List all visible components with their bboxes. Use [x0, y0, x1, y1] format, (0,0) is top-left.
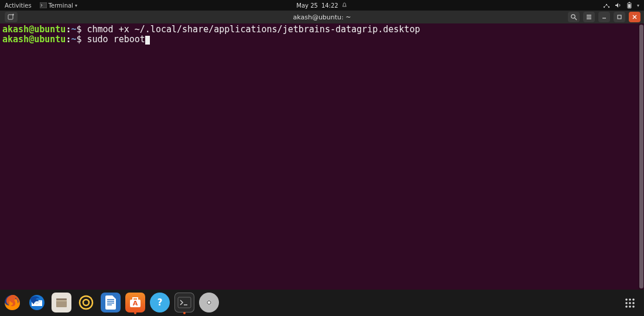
new-tab-button[interactable] — [5, 12, 18, 22]
terminal-scrollbar[interactable] — [638, 23, 644, 290]
help-icon: ? — [154, 297, 166, 308]
new-tab-icon — [8, 13, 15, 21]
dock-thunderbird[interactable] — [27, 293, 47, 312]
clock-time: 14:22 — [321, 2, 338, 9]
prompt-user: akash@ubuntu — [2, 34, 66, 45]
maximize-button[interactable] — [614, 12, 625, 22]
maximize-icon — [616, 13, 623, 21]
svg-point-30 — [625, 305, 628, 308]
desktop: Activities Terminal ▾ May 25 14:22 — [0, 0, 644, 316]
terminal-title-bar: akash@ubuntu: ~ — [0, 11, 644, 23]
svg-rect-14 — [56, 300, 67, 301]
network-icon — [603, 2, 610, 8]
svg-point-31 — [629, 305, 631, 308]
chevron-down-icon: ▾ — [75, 3, 77, 8]
dock-help[interactable]: ? — [150, 293, 170, 312]
activities-button[interactable]: Activities — [5, 2, 32, 9]
svg-point-29 — [632, 302, 635, 304]
system-status-area[interactable]: ▾ — [603, 2, 644, 9]
terminal-content: akash@ubuntu:~$ chmod +x ~/.local/share/… — [0, 23, 638, 290]
dock: A ? — [2, 291, 219, 314]
svg-point-8 — [571, 15, 575, 18]
app-menu[interactable]: Terminal ▾ — [40, 2, 77, 9]
files-icon — [55, 297, 68, 308]
svg-rect-5 — [629, 2, 630, 4]
svg-text:A: A — [133, 300, 138, 307]
search-icon — [570, 13, 577, 21]
svg-rect-12 — [56, 298, 67, 300]
close-button[interactable] — [629, 12, 640, 22]
dock-disc[interactable] — [199, 293, 219, 312]
firefox-icon — [4, 294, 21, 311]
text-cursor — [145, 36, 150, 45]
dock-ubuntu-software[interactable]: A — [125, 293, 145, 312]
dock-libreoffice-writer[interactable] — [101, 293, 121, 312]
dock-terminal[interactable] — [174, 293, 194, 312]
clock-date: May 25 — [296, 2, 318, 9]
svg-rect-7 — [8, 15, 13, 19]
svg-point-15 — [80, 296, 93, 309]
clock[interactable]: May 25 14:22 — [296, 2, 347, 9]
chevron-down-icon: ▾ — [637, 3, 639, 8]
terminal-icon — [177, 297, 191, 308]
dock-firefox[interactable] — [2, 293, 22, 312]
ubuntu-software-icon: A — [128, 295, 142, 310]
prompt-dollar: $ — [76, 24, 87, 35]
svg-point-28 — [629, 302, 631, 304]
command-text: chmod +x ~/.local/share/applications/jet… — [87, 24, 420, 35]
svg-rect-17 — [105, 295, 116, 310]
hamburger-menu-button[interactable] — [583, 12, 595, 22]
svg-point-27 — [625, 302, 628, 304]
battery-icon — [626, 2, 632, 9]
svg-point-24 — [625, 298, 628, 301]
close-icon — [631, 13, 638, 21]
svg-rect-21 — [178, 297, 191, 308]
svg-point-26 — [632, 298, 635, 301]
libreoffice-writer-icon — [104, 295, 117, 310]
thunderbird-icon — [28, 294, 46, 311]
disc-icon — [200, 294, 218, 311]
minimize-icon — [601, 13, 608, 21]
terminal-body[interactable]: akash@ubuntu:~$ chmod +x ~/.local/share/… — [0, 23, 644, 290]
svg-rect-6 — [628, 4, 631, 8]
prompt-dollar: $ — [76, 34, 87, 45]
gnome-top-bar: Activities Terminal ▾ May 25 14:22 — [0, 0, 644, 11]
command-text: sudo reboot — [87, 34, 145, 45]
svg-point-25 — [629, 298, 631, 301]
svg-rect-0 — [40, 2, 47, 8]
apps-grid-icon — [625, 298, 635, 308]
svg-point-23 — [208, 301, 210, 304]
rhythmbox-icon — [78, 295, 94, 310]
show-applications-button[interactable] — [623, 296, 637, 310]
svg-point-16 — [83, 300, 89, 305]
notification-icon — [342, 2, 348, 8]
window-title: akash@ubuntu: ~ — [293, 13, 351, 21]
dock-rhythmbox[interactable] — [76, 293, 96, 312]
svg-text:?: ? — [157, 297, 163, 308]
svg-rect-9 — [618, 15, 621, 19]
svg-point-32 — [632, 305, 635, 308]
app-menu-label: Terminal — [49, 2, 73, 9]
scrollbar-thumb[interactable] — [639, 25, 643, 288]
dock-files[interactable] — [52, 293, 71, 312]
terminal-icon — [40, 2, 47, 8]
prompt-user: akash@ubuntu — [2, 24, 66, 35]
volume-icon — [615, 2, 622, 8]
search-button[interactable] — [568, 12, 580, 22]
hamburger-icon — [585, 13, 592, 21]
minimize-button[interactable] — [598, 12, 610, 22]
